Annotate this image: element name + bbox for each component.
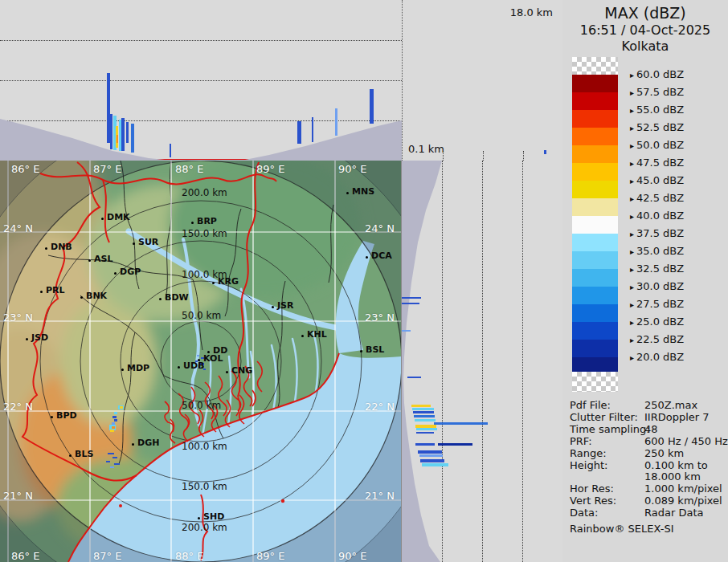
latitude-label: 21° N (3, 490, 33, 502)
longitude-label: 89° E (256, 163, 284, 175)
tick-arrow-icon: ▸ (630, 318, 634, 327)
metadata-value: Radar Data (644, 507, 703, 519)
height-axis-corner: 18.0 km 0.1 km (402, 0, 562, 161)
station-dot (40, 291, 43, 293)
longitude-label: 87° E (93, 550, 121, 562)
profile-echo-bar (402, 303, 419, 304)
color-scale-swatch (572, 145, 618, 163)
tick-label: 52.5 dBZ (636, 121, 684, 133)
station-label: BRP (197, 216, 217, 226)
profile-echo-bar (418, 450, 442, 454)
latitude-label: 22° N (365, 401, 395, 413)
color-scale-swatch (572, 372, 618, 392)
station-dot (80, 296, 83, 299)
station-dot (272, 306, 274, 308)
tick-arrow-icon: ▸ (630, 265, 634, 274)
latitude-label: 24° N (3, 222, 33, 234)
color-scale-tick: ▸50.0 dBZ (630, 139, 684, 151)
profile-echo-bar (413, 411, 434, 413)
color-scale-swatch (572, 304, 618, 322)
color-scale-swatch (572, 181, 618, 198)
station-dot (133, 242, 135, 245)
profile-echo-bar (416, 428, 437, 430)
latitude-label: 23° N (365, 312, 395, 324)
color-scale-swatch (572, 163, 618, 181)
tick-label: 50.0 dBZ (636, 139, 684, 151)
tick-label: 60.0 dBZ (636, 68, 684, 80)
tick-label: 37.5 dBZ (636, 227, 684, 239)
height-gridline-tick (483, 151, 484, 161)
station-label: ASL (94, 254, 112, 264)
station-label: UDB (183, 360, 204, 371)
tick-label: 42.5 dBZ (636, 192, 684, 204)
color-scale-tick: ▸20.0 dBZ (630, 351, 684, 363)
range-ring-label: 150.0 km (182, 481, 227, 492)
tick-arrow-icon: ▸ (630, 141, 634, 150)
color-scale-tick: ▸47.5 dBZ (630, 157, 684, 169)
color-scale-swatch (572, 57, 618, 75)
color-scale-tick: ▸35.0 dBZ (630, 245, 684, 257)
profile-echo-bar (419, 454, 443, 457)
radar-map-panel: 86° E86° E87° E87° E88° E88° E89° E89° E… (0, 161, 402, 562)
metadata-label: Range: (570, 447, 607, 459)
profile-echo-bar (402, 330, 411, 332)
profile-echo-bar (121, 118, 125, 151)
color-scale-tick: ▸57.5 dBZ (630, 86, 684, 98)
station-dot (69, 454, 72, 457)
tick-label: 30.0 dBZ (636, 280, 684, 292)
metadata-value: 250Z.max (644, 399, 697, 411)
scan-datetime: 16:51 / 04-Oct-2025 (562, 22, 728, 38)
ns-profile-echo-bars (402, 161, 562, 562)
station-dot (226, 371, 228, 373)
tick-arrow-icon: ▸ (630, 300, 634, 309)
longitude-label: 89° E (256, 550, 284, 562)
station-label: PRL (46, 285, 65, 295)
metadata-value: 600 Hz / 450 Hz (644, 435, 728, 447)
longitude-label: 88° E (175, 163, 203, 175)
tick-label: 57.5 dBZ (636, 86, 684, 98)
profile-echo-bar (297, 121, 301, 144)
station-label: BPD (56, 410, 77, 421)
profile-echo-bar (407, 377, 421, 378)
station-label: SUR (138, 237, 158, 247)
profile-echo-bar (170, 144, 171, 157)
profile-echo-bar (131, 124, 134, 153)
station-dot (45, 247, 47, 250)
profile-echo-bar (370, 89, 374, 124)
color-scale-swatch (572, 234, 618, 251)
tick-arrow-icon: ▸ (630, 194, 634, 203)
height-axis-min-label: 0.1 km (408, 143, 444, 155)
metadata-value: IIRDoppler 7 (644, 411, 710, 423)
latitude-label: 21° N (365, 490, 395, 502)
tick-arrow-icon: ▸ (630, 336, 634, 344)
station-label: KOL (203, 353, 223, 364)
station-label: BLS (75, 449, 93, 459)
metadata-label: Data: (570, 507, 598, 519)
profile-echo-bar (412, 408, 434, 410)
profile-echo-bar (415, 419, 436, 422)
color-scale-swatch (572, 322, 618, 340)
station-label: SHD (203, 511, 224, 522)
profile-echo-bar (126, 122, 129, 143)
tick-arrow-icon: ▸ (630, 353, 634, 362)
tick-label: 27.5 dBZ (636, 298, 684, 310)
metadata-row: Hor Res:1.000 km/pixel (570, 483, 726, 495)
metadata-row: Clutter Filter:IIRDoppler 7 (570, 411, 726, 423)
latitude-label: 24° N (365, 222, 395, 234)
color-scale-swatch (572, 198, 618, 216)
profile-echo-bar (110, 114, 112, 149)
profile-echo-bar (117, 135, 118, 143)
profile-echo-bar (422, 463, 448, 466)
profile-echo-bar (414, 415, 435, 417)
station-label: DGH (137, 438, 159, 448)
echo-speck (544, 150, 546, 154)
tick-arrow-icon: ▸ (630, 88, 634, 97)
profile-echo-bar (312, 117, 313, 142)
station-dot (159, 298, 162, 300)
station-dot (191, 222, 194, 224)
longitude-label: 87° E (93, 163, 121, 175)
station-dot (212, 282, 215, 284)
station-label: DNB (51, 242, 72, 252)
color-scale-swatch (572, 340, 618, 357)
tick-arrow-icon: ▸ (630, 283, 634, 291)
